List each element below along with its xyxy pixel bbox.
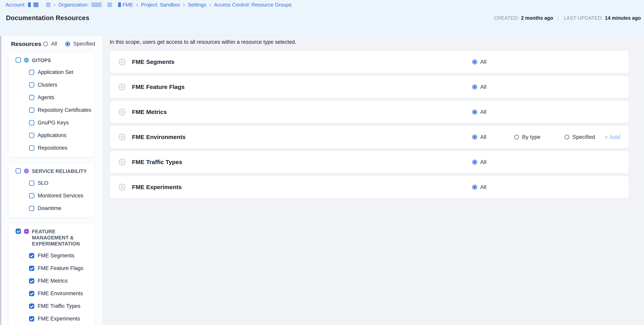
breadcrumb-separator: › <box>209 1 212 8</box>
option-all[interactable]: All <box>472 176 486 198</box>
breadcrumb-current-page[interactable]: Access Control: Resource Groups <box>214 2 292 8</box>
redacted-block <box>33 2 38 7</box>
sidebar-item-monitored-services[interactable]: Monitored Services <box>16 189 91 202</box>
created-value: 2 months ago <box>521 15 553 21</box>
sidebar-item-fme-experiments[interactable]: FME Experiments <box>16 312 91 325</box>
radio-label[interactable]: By type <box>522 134 540 140</box>
radio-label[interactable]: All <box>480 184 486 190</box>
option-all[interactable]: All <box>472 76 486 98</box>
meta-divider <box>558 14 558 21</box>
sidebar-item-downtime[interactable]: Downtime <box>16 202 91 215</box>
sidebar-item-clusters[interactable]: Clusters <box>16 78 91 91</box>
radio-icon[interactable] <box>514 135 519 139</box>
item-label[interactable]: SLO <box>38 180 48 186</box>
item-label[interactable]: FME Feature Flags <box>38 265 83 271</box>
sidebar-item-fme-feature-flags[interactable]: FME Feature Flags <box>16 262 91 275</box>
item-label[interactable]: Applications <box>38 132 66 138</box>
radio-icon[interactable] <box>564 135 569 139</box>
gear-icon <box>118 133 126 141</box>
item-checkbox[interactable] <box>29 278 34 284</box>
option-all[interactable]: All <box>472 126 486 148</box>
group-label[interactable]: SERVICE RELIABILITY <box>32 168 87 174</box>
option-by-type[interactable]: By type <box>514 126 540 148</box>
sidebar-item-applications[interactable]: Applications <box>16 129 91 142</box>
group-checkbox[interactable] <box>16 229 21 234</box>
item-checkbox[interactable] <box>29 133 34 138</box>
sidebar-item-fme-metrics[interactable]: FME Metrics <box>16 275 91 287</box>
radio-icon[interactable] <box>65 42 70 46</box>
item-checkbox[interactable] <box>29 107 34 113</box>
fme-icon <box>24 229 29 234</box>
item-checkbox[interactable] <box>29 304 34 309</box>
sidebar-item-repositories[interactable]: Repositories <box>16 142 91 154</box>
radio-icon[interactable] <box>472 135 477 139</box>
item-label[interactable]: Agents <box>38 94 54 101</box>
breadcrumb-project[interactable]: Project: Sandbox <box>141 2 180 8</box>
breadcrumb-settings[interactable]: Settings <box>188 2 206 8</box>
breadcrumb-account-label[interactable]: Account: <box>6 2 26 8</box>
item-label[interactable]: Repository Certificates <box>38 107 91 113</box>
option-all[interactable]: All <box>472 51 486 73</box>
option-specified[interactable]: Specified <box>564 126 595 148</box>
redacted-block <box>107 2 112 7</box>
radio-label[interactable]: All <box>51 41 57 47</box>
group-checkbox[interactable] <box>16 168 21 174</box>
item-label[interactable]: Monitored Services <box>38 193 83 199</box>
sidebar-item-fme-environments[interactable]: FME Environments <box>16 287 91 300</box>
item-checkbox[interactable] <box>29 180 34 186</box>
item-label[interactable]: FME Experiments <box>38 316 80 322</box>
sidebar-item-fme-segments[interactable]: FME Segments <box>16 249 91 262</box>
item-checkbox[interactable] <box>29 316 34 322</box>
radio-icon[interactable] <box>43 42 48 46</box>
item-checkbox[interactable] <box>29 70 34 75</box>
item-label[interactable]: Downtime <box>38 205 61 211</box>
item-label[interactable]: FME Traffic Types <box>38 303 80 309</box>
item-label[interactable]: Clusters <box>38 82 57 88</box>
radio-label[interactable]: All <box>480 134 486 140</box>
radio-label[interactable]: All <box>480 109 486 115</box>
redacted-block <box>46 2 50 7</box>
item-checkbox[interactable] <box>29 193 34 198</box>
radio-icon[interactable] <box>472 85 477 89</box>
radio-label[interactable]: All <box>480 159 486 165</box>
item-checkbox[interactable] <box>29 145 34 151</box>
add-button[interactable]: + Add <box>604 126 620 148</box>
breadcrumb-org-fme[interactable]: FME <box>122 2 133 8</box>
radio-label[interactable]: Specified <box>73 41 95 47</box>
radio-label[interactable]: All <box>480 59 486 65</box>
sidebar-item-gnupg-keys[interactable]: GnuPG Keys <box>16 116 91 129</box>
sidebar-item-agents[interactable]: Agents <box>16 91 91 104</box>
item-checkbox[interactable] <box>29 120 34 125</box>
item-checkbox[interactable] <box>29 253 34 258</box>
sidebar-item-fme-traffic-types[interactable]: FME Traffic Types <box>16 300 91 312</box>
item-checkbox[interactable] <box>29 95 34 100</box>
item-checkbox[interactable] <box>29 206 34 211</box>
item-checkbox[interactable] <box>29 266 34 271</box>
item-checkbox[interactable] <box>29 82 34 88</box>
breadcrumb-organization-label[interactable]: Organization: <box>58 2 89 8</box>
service-reliability-icon <box>24 169 29 173</box>
scope-radio-all[interactable]: All <box>43 41 57 47</box>
item-label[interactable]: Application Set <box>38 69 73 75</box>
group-label[interactable]: FEATURE MANAGEMENT & EXPERIMENTATION <box>32 229 91 247</box>
radio-icon[interactable] <box>472 59 477 64</box>
item-label[interactable]: FME Environments <box>38 291 83 297</box>
radio-icon[interactable] <box>472 160 477 164</box>
sidebar-item-slo[interactable]: SLO <box>16 177 91 189</box>
item-label[interactable]: GnuPG Keys <box>38 120 69 126</box>
scope-radio-specified[interactable]: Specified <box>65 41 95 47</box>
item-label[interactable]: FME Metrics <box>38 278 68 284</box>
group-checkbox[interactable] <box>16 57 21 63</box>
option-all[interactable]: All <box>472 101 486 123</box>
option-all[interactable]: All <box>472 151 486 173</box>
radio-icon[interactable] <box>472 110 477 114</box>
sidebar-item-repository-certificates[interactable]: Repository Certificates <box>16 104 91 116</box>
sidebar-item-application-set[interactable]: Application Set <box>16 66 91 78</box>
radio-label[interactable]: All <box>480 84 486 90</box>
group-label[interactable]: GITOPS <box>32 57 51 63</box>
radio-icon[interactable] <box>472 185 477 190</box>
item-checkbox[interactable] <box>29 291 34 296</box>
item-label[interactable]: Repositories <box>38 145 67 151</box>
radio-label[interactable]: Specified <box>572 134 595 140</box>
item-label[interactable]: FME Segments <box>38 253 74 259</box>
